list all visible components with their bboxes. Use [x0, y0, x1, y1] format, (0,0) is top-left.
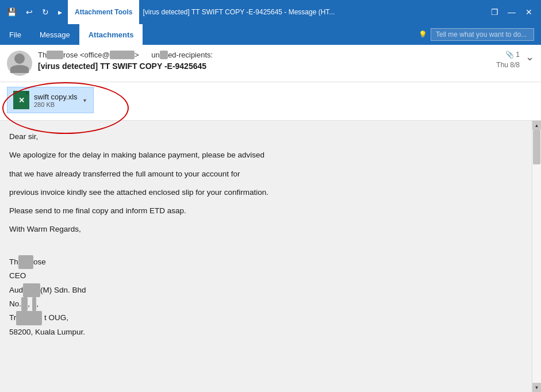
- scroll-track[interactable]: [532, 130, 541, 383]
- email-body: Dear sir, We apologize for the delay in …: [0, 121, 532, 392]
- email-header: Th rose <office@ > un ed-recipients: [vi…: [0, 45, 541, 82]
- attachment-size: 280 KB: [34, 101, 78, 108]
- body-line3: that we have already transferred the ful…: [9, 167, 523, 181]
- sig-company: Aud (M) Sdn. Bhd: [9, 283, 523, 297]
- sig-street: Tr t OUG,: [9, 311, 523, 325]
- more-icon[interactable]: ▸: [56, 6, 64, 18]
- email-meta-right: 📎 1 Thu 8/8: [496, 51, 520, 69]
- attachment-name: swift copy.xls: [34, 93, 78, 101]
- ribbon: File Message Attachments 💡: [0, 24, 541, 45]
- paperclip-icon: 📎: [505, 51, 514, 59]
- attachment-info: swift copy.xls 280 KB: [34, 93, 78, 108]
- avatar: [7, 51, 32, 76]
- tab-attachments[interactable]: Attachments: [79, 24, 143, 45]
- tab-message[interactable]: Message: [30, 24, 79, 45]
- expand-icon[interactable]: ⌄: [525, 51, 534, 63]
- sig-address: No. , ,: [9, 297, 523, 311]
- main-content: Th rose <office@ > un ed-recipients: [vi…: [0, 45, 541, 392]
- from-blur: [47, 51, 63, 59]
- body-line4: previous invoice kindly see the attached…: [9, 186, 523, 199]
- attachment-item[interactable]: ✕ swift copy.xls 280 KB ▾: [7, 87, 94, 113]
- save-icon[interactable]: 💾: [5, 6, 19, 18]
- title-bar: 💾 ↩ ↻ ▸ Attachment Tools [virus detected…: [0, 0, 541, 24]
- undo-icon[interactable]: ↩: [24, 6, 35, 18]
- sig-title: CEO: [9, 269, 523, 283]
- attachment-count: 📎 1: [505, 51, 520, 59]
- window-controls: ❐ — ✕: [487, 5, 536, 20]
- from-prefix: Th: [38, 51, 47, 59]
- attachment-area: ✕ swift copy.xls 280 KB ▾: [0, 82, 541, 121]
- to-suffix: ed-recipients:: [168, 51, 213, 59]
- window-title: [virus detected] TT SWIFT COPY -E-942564…: [143, 8, 484, 16]
- email-from: Th rose <office@ > un ed-recipients:: [38, 51, 490, 59]
- from-end: >: [135, 51, 139, 59]
- attachment-tools-tab: Attachment Tools: [68, 0, 139, 24]
- from-suffix: rose <office@: [63, 51, 110, 59]
- body-area: Dear sir, We apologize for the delay in …: [0, 121, 541, 392]
- scroll-thumb[interactable]: [533, 130, 540, 164]
- attachment-number: 1: [516, 51, 520, 59]
- to-label: un: [151, 51, 159, 59]
- lightbulb-icon: 💡: [419, 30, 427, 39]
- redo-icon[interactable]: ↻: [40, 6, 51, 18]
- excel-icon: ✕: [13, 91, 29, 109]
- from-domain-blur: [110, 51, 135, 59]
- restore-button[interactable]: ❐: [487, 5, 502, 20]
- body-line5: Please send to me final copy and inform …: [9, 204, 523, 218]
- minimize-button[interactable]: —: [504, 5, 519, 20]
- to-blur: [160, 51, 168, 59]
- scrollbar[interactable]: ▲ ▼: [532, 121, 541, 392]
- search-input[interactable]: [431, 28, 534, 41]
- tab-file[interactable]: File: [0, 24, 30, 45]
- body-line2: We apologize for the delay in making bal…: [9, 148, 523, 162]
- sig-name: Th ose: [9, 255, 523, 269]
- body-regards: With Warm Regards,: [9, 222, 523, 236]
- attachment-dropdown-arrow[interactable]: ▾: [82, 96, 87, 105]
- scroll-down-button[interactable]: ▼: [532, 383, 542, 392]
- close-button[interactable]: ✕: [521, 5, 536, 20]
- email-subject: [virus detected] TT SWIFT COPY -E-942564…: [38, 62, 490, 71]
- quick-access-toolbar: 💾 ↩ ↻ ▸: [5, 6, 64, 18]
- ribbon-search: 💡: [419, 24, 541, 45]
- attachment-tools-label: Attachment Tools: [75, 8, 132, 16]
- sig-city: 58200, Kuala Lumpur.: [9, 325, 523, 339]
- signature: Th ose CEO Aud (M) Sdn. Bhd No. , , Tr t…: [9, 255, 523, 339]
- scroll-up-button[interactable]: ▲: [532, 121, 542, 130]
- email-meta: Th rose <office@ > un ed-recipients: [vi…: [38, 51, 490, 71]
- email-date: Thu 8/8: [496, 61, 520, 69]
- body-greeting: Dear sir,: [9, 130, 523, 144]
